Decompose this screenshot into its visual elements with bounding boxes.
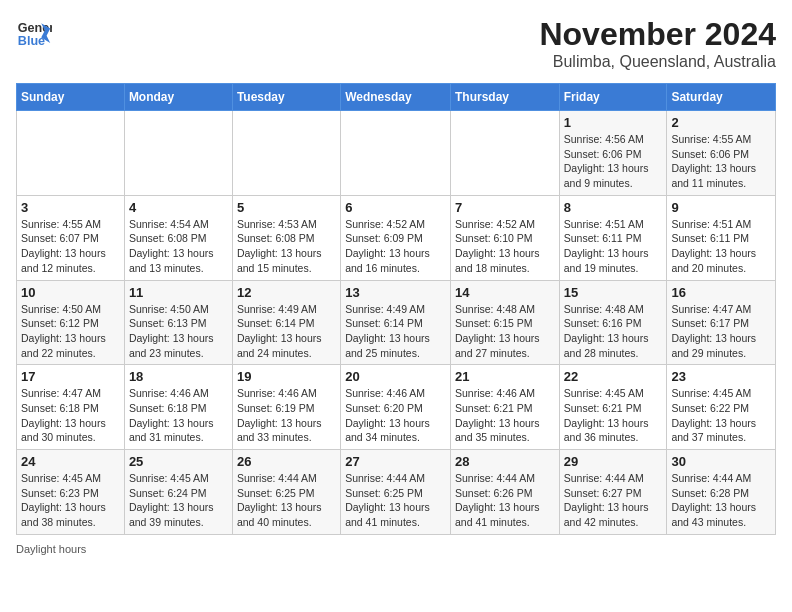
day-info: Sunrise: 4:51 AM Sunset: 6:11 PM Dayligh… (671, 217, 771, 276)
calendar-cell: 10Sunrise: 4:50 AM Sunset: 6:12 PM Dayli… (17, 280, 125, 365)
day-info: Sunrise: 4:56 AM Sunset: 6:06 PM Dayligh… (564, 132, 663, 191)
day-number: 6 (345, 200, 446, 215)
day-info: Sunrise: 4:48 AM Sunset: 6:15 PM Dayligh… (455, 302, 555, 361)
calendar-cell: 13Sunrise: 4:49 AM Sunset: 6:14 PM Dayli… (341, 280, 451, 365)
day-info: Sunrise: 4:46 AM Sunset: 6:21 PM Dayligh… (455, 386, 555, 445)
day-number: 12 (237, 285, 336, 300)
day-number: 7 (455, 200, 555, 215)
calendar-day-header: Thursday (450, 84, 559, 111)
calendar-cell: 6Sunrise: 4:52 AM Sunset: 6:09 PM Daylig… (341, 195, 451, 280)
day-info: Sunrise: 4:52 AM Sunset: 6:09 PM Dayligh… (345, 217, 446, 276)
calendar-table: SundayMondayTuesdayWednesdayThursdayFrid… (16, 83, 776, 535)
day-number: 17 (21, 369, 120, 384)
calendar-day-header: Monday (124, 84, 232, 111)
calendar-cell: 30Sunrise: 4:44 AM Sunset: 6:28 PM Dayli… (667, 450, 776, 535)
page-subtitle: Bulimba, Queensland, Australia (539, 53, 776, 71)
day-number: 9 (671, 200, 771, 215)
calendar-week-row: 17Sunrise: 4:47 AM Sunset: 6:18 PM Dayli… (17, 365, 776, 450)
calendar-cell: 21Sunrise: 4:46 AM Sunset: 6:21 PM Dayli… (450, 365, 559, 450)
day-number: 3 (21, 200, 120, 215)
calendar-day-header: Sunday (17, 84, 125, 111)
day-info: Sunrise: 4:46 AM Sunset: 6:20 PM Dayligh… (345, 386, 446, 445)
page-header: General Blue November 2024 Bulimba, Quee… (16, 16, 776, 71)
calendar-week-row: 10Sunrise: 4:50 AM Sunset: 6:12 PM Dayli… (17, 280, 776, 365)
calendar-cell (232, 111, 340, 196)
calendar-header-row: SundayMondayTuesdayWednesdayThursdayFrid… (17, 84, 776, 111)
day-number: 27 (345, 454, 446, 469)
calendar-day-header: Wednesday (341, 84, 451, 111)
day-number: 28 (455, 454, 555, 469)
day-info: Sunrise: 4:54 AM Sunset: 6:08 PM Dayligh… (129, 217, 228, 276)
day-info: Sunrise: 4:52 AM Sunset: 6:10 PM Dayligh… (455, 217, 555, 276)
calendar-cell (124, 111, 232, 196)
calendar-cell: 3Sunrise: 4:55 AM Sunset: 6:07 PM Daylig… (17, 195, 125, 280)
svg-text:Blue: Blue (18, 34, 45, 48)
calendar-cell: 20Sunrise: 4:46 AM Sunset: 6:20 PM Dayli… (341, 365, 451, 450)
calendar-cell: 15Sunrise: 4:48 AM Sunset: 6:16 PM Dayli… (559, 280, 667, 365)
logo-icon: General Blue (16, 16, 52, 52)
day-info: Sunrise: 4:46 AM Sunset: 6:19 PM Dayligh… (237, 386, 336, 445)
calendar-cell: 27Sunrise: 4:44 AM Sunset: 6:25 PM Dayli… (341, 450, 451, 535)
calendar-cell: 1Sunrise: 4:56 AM Sunset: 6:06 PM Daylig… (559, 111, 667, 196)
day-info: Sunrise: 4:48 AM Sunset: 6:16 PM Dayligh… (564, 302, 663, 361)
day-number: 16 (671, 285, 771, 300)
day-number: 26 (237, 454, 336, 469)
page-title: November 2024 (539, 16, 776, 53)
calendar-cell: 29Sunrise: 4:44 AM Sunset: 6:27 PM Dayli… (559, 450, 667, 535)
day-number: 8 (564, 200, 663, 215)
day-number: 11 (129, 285, 228, 300)
day-info: Sunrise: 4:50 AM Sunset: 6:12 PM Dayligh… (21, 302, 120, 361)
day-number: 24 (21, 454, 120, 469)
calendar-cell (450, 111, 559, 196)
day-info: Sunrise: 4:50 AM Sunset: 6:13 PM Dayligh… (129, 302, 228, 361)
day-info: Sunrise: 4:44 AM Sunset: 6:26 PM Dayligh… (455, 471, 555, 530)
day-info: Sunrise: 4:44 AM Sunset: 6:25 PM Dayligh… (237, 471, 336, 530)
day-number: 5 (237, 200, 336, 215)
day-info: Sunrise: 4:51 AM Sunset: 6:11 PM Dayligh… (564, 217, 663, 276)
calendar-day-header: Saturday (667, 84, 776, 111)
daylight-label: Daylight hours (16, 543, 86, 555)
calendar-day-header: Friday (559, 84, 667, 111)
calendar-week-row: 3Sunrise: 4:55 AM Sunset: 6:07 PM Daylig… (17, 195, 776, 280)
calendar-cell: 12Sunrise: 4:49 AM Sunset: 6:14 PM Dayli… (232, 280, 340, 365)
calendar-cell: 17Sunrise: 4:47 AM Sunset: 6:18 PM Dayli… (17, 365, 125, 450)
calendar-cell: 4Sunrise: 4:54 AM Sunset: 6:08 PM Daylig… (124, 195, 232, 280)
day-info: Sunrise: 4:45 AM Sunset: 6:22 PM Dayligh… (671, 386, 771, 445)
day-number: 15 (564, 285, 663, 300)
day-number: 10 (21, 285, 120, 300)
calendar-cell: 8Sunrise: 4:51 AM Sunset: 6:11 PM Daylig… (559, 195, 667, 280)
title-block: November 2024 Bulimba, Queensland, Austr… (539, 16, 776, 71)
day-number: 20 (345, 369, 446, 384)
calendar-cell (341, 111, 451, 196)
calendar-cell: 23Sunrise: 4:45 AM Sunset: 6:22 PM Dayli… (667, 365, 776, 450)
calendar-cell: 18Sunrise: 4:46 AM Sunset: 6:18 PM Dayli… (124, 365, 232, 450)
day-number: 2 (671, 115, 771, 130)
day-number: 19 (237, 369, 336, 384)
day-number: 1 (564, 115, 663, 130)
calendar-day-header: Tuesday (232, 84, 340, 111)
day-number: 22 (564, 369, 663, 384)
day-info: Sunrise: 4:45 AM Sunset: 6:23 PM Dayligh… (21, 471, 120, 530)
day-info: Sunrise: 4:46 AM Sunset: 6:18 PM Dayligh… (129, 386, 228, 445)
calendar-cell: 7Sunrise: 4:52 AM Sunset: 6:10 PM Daylig… (450, 195, 559, 280)
day-info: Sunrise: 4:47 AM Sunset: 6:18 PM Dayligh… (21, 386, 120, 445)
calendar-cell: 5Sunrise: 4:53 AM Sunset: 6:08 PM Daylig… (232, 195, 340, 280)
calendar-week-row: 1Sunrise: 4:56 AM Sunset: 6:06 PM Daylig… (17, 111, 776, 196)
day-number: 29 (564, 454, 663, 469)
logo: General Blue (16, 16, 52, 52)
day-number: 4 (129, 200, 228, 215)
day-info: Sunrise: 4:55 AM Sunset: 6:06 PM Dayligh… (671, 132, 771, 191)
day-info: Sunrise: 4:47 AM Sunset: 6:17 PM Dayligh… (671, 302, 771, 361)
calendar-cell: 28Sunrise: 4:44 AM Sunset: 6:26 PM Dayli… (450, 450, 559, 535)
day-info: Sunrise: 4:49 AM Sunset: 6:14 PM Dayligh… (345, 302, 446, 361)
day-info: Sunrise: 4:44 AM Sunset: 6:25 PM Dayligh… (345, 471, 446, 530)
day-number: 18 (129, 369, 228, 384)
calendar-cell: 24Sunrise: 4:45 AM Sunset: 6:23 PM Dayli… (17, 450, 125, 535)
calendar-cell (17, 111, 125, 196)
calendar-cell: 14Sunrise: 4:48 AM Sunset: 6:15 PM Dayli… (450, 280, 559, 365)
day-number: 30 (671, 454, 771, 469)
day-info: Sunrise: 4:55 AM Sunset: 6:07 PM Dayligh… (21, 217, 120, 276)
calendar-cell: 25Sunrise: 4:45 AM Sunset: 6:24 PM Dayli… (124, 450, 232, 535)
day-number: 21 (455, 369, 555, 384)
calendar-week-row: 24Sunrise: 4:45 AM Sunset: 6:23 PM Dayli… (17, 450, 776, 535)
